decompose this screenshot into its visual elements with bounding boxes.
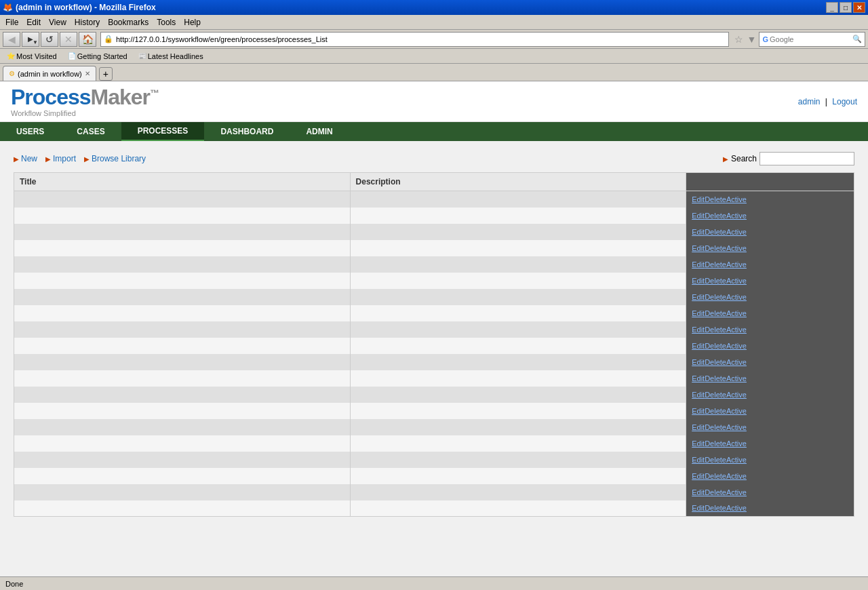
nav-processes[interactable]: PROCESSES	[121, 122, 205, 141]
bookmark-tag-icon[interactable]: ▼	[747, 34, 757, 45]
edit-link[interactable]: Edit	[692, 228, 705, 236]
search-input[interactable]	[760, 152, 854, 165]
cell-title	[14, 403, 351, 419]
edit-link[interactable]: Edit	[692, 407, 705, 415]
edit-link[interactable]: Edit	[692, 277, 705, 285]
edit-link[interactable]: Edit	[692, 244, 705, 252]
active-link[interactable]: Active	[726, 212, 747, 220]
active-link[interactable]: Active	[726, 309, 747, 317]
delete-link[interactable]: Delete	[705, 228, 726, 236]
active-link[interactable]: Active	[726, 277, 747, 285]
logout-link[interactable]: Logout	[832, 97, 857, 106]
delete-link[interactable]: Delete	[705, 358, 726, 366]
browse-library-button[interactable]: ▶ Browse Library	[84, 154, 146, 163]
delete-link[interactable]: Delete	[705, 342, 726, 350]
delete-link[interactable]: Delete	[705, 195, 726, 203]
delete-link[interactable]: Delete	[705, 456, 726, 464]
menu-view[interactable]: View	[45, 16, 71, 28]
search-input[interactable]	[770, 35, 851, 43]
active-link[interactable]: Active	[726, 358, 747, 366]
edit-link[interactable]: Edit	[692, 439, 705, 448]
active-link[interactable]: Active	[726, 456, 747, 464]
table-row: EditDeleteActive	[14, 387, 854, 403]
edit-link[interactable]: Edit	[692, 374, 705, 382]
edit-link[interactable]: Edit	[692, 488, 705, 496]
delete-link[interactable]: Delete	[705, 326, 726, 334]
home-button[interactable]: 🏠	[79, 32, 96, 47]
menu-edit[interactable]: Edit	[22, 16, 45, 28]
stop-button[interactable]: ✕	[60, 32, 77, 47]
menu-bookmarks[interactable]: Bookmarks	[104, 16, 153, 28]
forward-button[interactable]: ▶ ▼	[22, 32, 39, 47]
cell-actions: EditDeleteActive	[686, 273, 854, 289]
edit-link[interactable]: Edit	[692, 423, 705, 431]
active-link[interactable]: Active	[726, 374, 747, 382]
active-link[interactable]: Active	[726, 488, 747, 496]
edit-link[interactable]: Edit	[692, 342, 705, 350]
active-link[interactable]: Active	[726, 260, 747, 269]
active-link[interactable]: Active	[726, 244, 747, 252]
delete-link[interactable]: Delete	[705, 504, 726, 512]
menu-file[interactable]: File	[1, 16, 22, 28]
bookmark-getting-started[interactable]: 📄 Getting Started	[65, 51, 130, 62]
bookmark-star-icon[interactable]: ☆	[734, 34, 743, 45]
active-link[interactable]: Active	[726, 423, 747, 431]
tab-admin-workflow[interactable]: ⚙ (admin in workflow) ✕	[3, 66, 96, 81]
nav-dashboard[interactable]: DASHBOARD	[204, 122, 290, 141]
minimize-button[interactable]: _	[826, 2, 838, 13]
menu-help[interactable]: Help	[180, 16, 205, 28]
delete-link[interactable]: Delete	[705, 212, 726, 220]
edit-link[interactable]: Edit	[692, 260, 705, 269]
delete-link[interactable]: Delete	[705, 439, 726, 448]
edit-link[interactable]: Edit	[692, 212, 705, 220]
delete-link[interactable]: Delete	[705, 260, 726, 269]
edit-link[interactable]: Edit	[692, 504, 705, 512]
bookmark-latest-headlines[interactable]: 📰 Latest Headlines	[136, 51, 206, 62]
delete-link[interactable]: Delete	[705, 407, 726, 415]
active-link[interactable]: Active	[726, 407, 747, 415]
reload-button[interactable]: ↺	[41, 32, 58, 47]
delete-link[interactable]: Delete	[705, 488, 726, 496]
close-button[interactable]: ✕	[853, 2, 865, 13]
new-tab-button[interactable]: +	[99, 67, 113, 81]
new-button[interactable]: ▶ New	[14, 154, 37, 163]
edit-link[interactable]: Edit	[692, 326, 705, 334]
bookmark-most-visited[interactable]: ⭐ Most Visited	[4, 51, 60, 62]
active-link[interactable]: Active	[726, 472, 747, 480]
nav-admin[interactable]: ADMIN	[290, 122, 349, 141]
active-link[interactable]: Active	[726, 195, 747, 203]
active-link[interactable]: Active	[726, 391, 747, 399]
menu-history[interactable]: History	[71, 16, 104, 28]
delete-link[interactable]: Delete	[705, 277, 726, 285]
search-magnifier-icon[interactable]: 🔍	[852, 35, 862, 43]
edit-link[interactable]: Edit	[692, 195, 705, 203]
delete-link[interactable]: Delete	[705, 391, 726, 399]
active-link[interactable]: Active	[726, 504, 747, 512]
active-link[interactable]: Active	[726, 439, 747, 448]
back-button[interactable]: ◀	[3, 32, 20, 47]
edit-link[interactable]: Edit	[692, 309, 705, 317]
delete-link[interactable]: Delete	[705, 374, 726, 382]
edit-link[interactable]: Edit	[692, 358, 705, 366]
active-link[interactable]: Active	[726, 326, 747, 334]
active-link[interactable]: Active	[726, 342, 747, 350]
delete-link[interactable]: Delete	[705, 309, 726, 317]
delete-link[interactable]: Delete	[705, 244, 726, 252]
nav-users[interactable]: USERS	[0, 122, 60, 141]
edit-link[interactable]: Edit	[692, 391, 705, 399]
tab-close-button[interactable]: ✕	[85, 70, 90, 77]
import-button[interactable]: ▶ Import	[45, 154, 76, 163]
edit-link[interactable]: Edit	[692, 456, 705, 464]
delete-link[interactable]: Delete	[705, 293, 726, 301]
maximize-button[interactable]: □	[840, 2, 852, 13]
menu-tools[interactable]: Tools	[153, 16, 180, 28]
active-link[interactable]: Active	[726, 228, 747, 236]
delete-link[interactable]: Delete	[705, 472, 726, 480]
nav-cases[interactable]: CASES	[60, 122, 121, 141]
edit-link[interactable]: Edit	[692, 472, 705, 480]
admin-link[interactable]: admin	[798, 97, 821, 106]
active-link[interactable]: Active	[726, 293, 747, 301]
url-input[interactable]	[116, 35, 726, 43]
edit-link[interactable]: Edit	[692, 293, 705, 301]
delete-link[interactable]: Delete	[705, 423, 726, 431]
